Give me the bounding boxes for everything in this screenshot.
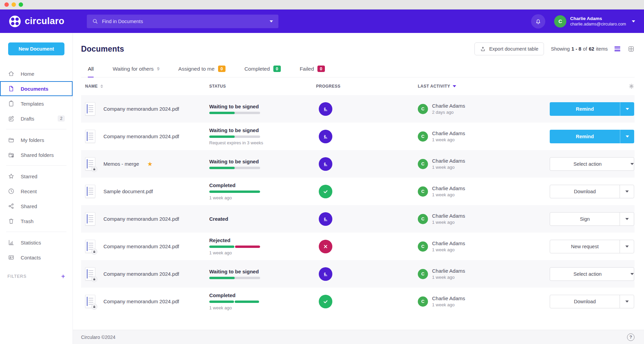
owner-name: Charlie Adams — [432, 268, 465, 274]
owner-name: Charlie Adams — [432, 158, 465, 164]
action-button-sign[interactable]: Sign — [550, 212, 634, 226]
row-action-label: Download — [550, 299, 620, 304]
sidebar-item-shared[interactable]: Shared — [0, 199, 73, 214]
progress-bar — [209, 135, 260, 138]
owner-name: Charlie Adams — [432, 295, 465, 301]
action-button-download[interactable]: Download — [550, 185, 634, 198]
status-subtext: 1 week ago — [209, 195, 232, 200]
row-action-dropdown[interactable] — [620, 102, 634, 116]
user-menu[interactable]: C Charlie Adams charlie.adams@circularo.… — [554, 15, 635, 28]
tab-label: Waiting for others — [113, 66, 154, 72]
row-action-dropdown[interactable] — [620, 240, 634, 253]
avatar: C — [418, 186, 428, 197]
search-scope-caret-icon[interactable] — [270, 20, 273, 22]
sidebar-item-templates[interactable]: Templates — [0, 96, 73, 111]
export-document-table-button[interactable]: Export document table — [474, 42, 544, 55]
document-name[interactable]: Memos - merge — [103, 161, 139, 167]
table-row[interactable]: Company memorandum 2024.pdf Completed 1 … — [81, 288, 635, 315]
sidebar-item-label: Documents — [21, 86, 48, 92]
progress-bar — [209, 301, 260, 303]
sidebar-item-statistics[interactable]: Statistics — [0, 235, 73, 250]
list-view-icon[interactable] — [614, 47, 620, 51]
column-header-last-activity[interactable]: LAST ACTIVITY — [418, 84, 549, 89]
tab-all[interactable]: All — [88, 66, 94, 77]
table-header: NAME STATUS PROGRESS LAST ACTIVITY — [81, 77, 635, 95]
row-action-dropdown[interactable] — [620, 185, 634, 198]
sort-desc-icon — [453, 85, 456, 87]
column-header-name[interactable]: NAME — [81, 84, 209, 89]
tab-waiting-for-others[interactable]: Waiting for others9 — [113, 66, 159, 77]
sidebar-item-shared-folders[interactable]: Shared folders — [0, 147, 73, 162]
sidebar-item-recent[interactable]: Recent — [0, 184, 73, 199]
action-button-remind[interactable]: Remind — [550, 130, 634, 143]
status-label: Waiting to be signed — [209, 269, 259, 274]
table-row[interactable]: Memos - merge ★ Waiting to be signed C C… — [81, 150, 635, 178]
table-row[interactable]: Company memorandum 2024.pdf Waiting to b… — [81, 123, 635, 150]
action-button-select-action[interactable]: Select action — [550, 157, 634, 171]
sidebar-item-home[interactable]: Home — [0, 66, 73, 81]
status-tabs: AllWaiting for others9Assigned to me0Com… — [81, 66, 635, 77]
table-settings-button[interactable] — [549, 83, 635, 89]
lock-icon — [91, 166, 97, 172]
document-thumbnail-icon — [85, 240, 95, 253]
sidebar-item-contacts[interactable]: Contacts — [0, 250, 73, 265]
sidebar-item-starred[interactable]: Starred — [0, 169, 73, 184]
tab-assigned-to-me[interactable]: Assigned to me0 — [178, 66, 226, 77]
gear-icon — [628, 83, 635, 89]
progress-segment — [209, 167, 235, 169]
results-count: Showing 1 - 8 of 62 items — [551, 46, 608, 52]
table-row[interactable]: Company memorandum 2024.pdf Created C Ch… — [81, 205, 635, 233]
sidebar-item-trash[interactable]: Trash — [0, 214, 73, 229]
clock-icon — [8, 188, 15, 195]
sidebar-item-drafts[interactable]: Drafts2 — [0, 111, 73, 126]
search-input[interactable] — [102, 19, 266, 24]
owner-name: Charlie Adams — [432, 103, 465, 109]
sidebar-item-label: Recent — [21, 188, 37, 194]
cross-icon — [319, 240, 332, 253]
tab-failed[interactable]: Failed0 — [300, 66, 325, 77]
document-name[interactable]: Company memorandum 2024.pdf — [103, 243, 179, 249]
zoom-button[interactable] — [19, 2, 23, 7]
column-header-status[interactable]: STATUS — [209, 84, 316, 89]
action-button-remind[interactable]: Remind — [550, 102, 634, 116]
action-button-download[interactable]: Download — [550, 295, 634, 308]
tab-count: 9 — [157, 67, 159, 71]
status-subtext: 1 week ago — [209, 250, 232, 255]
export-icon — [480, 46, 486, 52]
document-name[interactable]: Company memorandum 2024.pdf — [103, 133, 179, 139]
new-document-button[interactable]: New Document — [8, 42, 64, 55]
grid-view-icon[interactable] — [628, 46, 635, 52]
document-name[interactable]: Company memorandum 2024.pdf — [103, 298, 179, 304]
document-name[interactable]: Company memorandum 2024.pdf — [103, 106, 179, 112]
table-row[interactable]: Company memorandum 2024.pdf Waiting to b… — [81, 260, 635, 288]
row-action-dropdown[interactable] — [620, 295, 634, 308]
brand-logo[interactable]: circularo — [9, 15, 64, 28]
close-button[interactable] — [4, 2, 9, 7]
help-button[interactable]: ? — [627, 333, 635, 341]
starred-icon[interactable]: ★ — [147, 161, 153, 167]
document-name[interactable]: Company memorandum 2024.pdf — [103, 271, 179, 277]
row-action-dropdown[interactable] — [620, 130, 634, 143]
signature-icon — [319, 130, 332, 143]
column-header-progress[interactable]: PROGRESS — [316, 84, 418, 89]
row-action-label: Download — [550, 189, 620, 194]
sidebar-item-my-folders[interactable]: My folders — [0, 132, 73, 147]
global-search[interactable] — [87, 15, 278, 28]
row-action-dropdown[interactable] — [620, 213, 634, 225]
progress-segment — [235, 301, 259, 303]
document-name[interactable]: Sample document.pdf — [103, 188, 153, 194]
add-filter-button[interactable]: + — [61, 273, 65, 280]
table-row[interactable]: Company memorandum 2024.pdf Waiting to b… — [81, 95, 635, 123]
action-button-select-action[interactable]: Select action — [550, 267, 634, 281]
notifications-button[interactable] — [531, 14, 545, 29]
table-row[interactable]: Company memorandum 2024.pdf Rejected 1 w… — [81, 233, 635, 260]
status-label: Completed — [209, 182, 236, 188]
progress-segment — [209, 301, 234, 303]
tab-completed[interactable]: Completed0 — [245, 66, 281, 77]
tab-badge: 0 — [317, 66, 325, 72]
action-button-new-request[interactable]: New request — [550, 240, 634, 253]
sidebar-item-documents[interactable]: Documents — [0, 81, 73, 96]
document-name[interactable]: Company memorandum 2024.pdf — [103, 216, 179, 222]
minimize-button[interactable] — [12, 2, 16, 7]
table-row[interactable]: Sample document.pdf Completed 1 week ago… — [81, 178, 635, 205]
